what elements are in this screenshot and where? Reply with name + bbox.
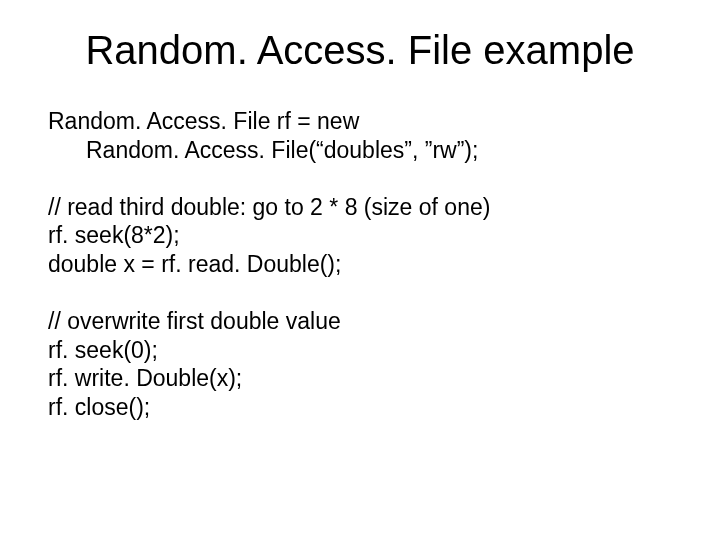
code-block-write: // overwrite first double value rf. seek… (48, 307, 672, 422)
code-line: rf. seek(8*2); (48, 221, 672, 250)
code-block-read: // read third double: go to 2 * 8 (size … (48, 193, 672, 279)
slide: Random. Access. File example Random. Acc… (0, 0, 720, 540)
code-line: rf. close(); (48, 393, 672, 422)
code-block-declaration: Random. Access. File rf = new Random. Ac… (48, 107, 672, 165)
code-line: // read third double: go to 2 * 8 (size … (48, 193, 672, 222)
code-line: // overwrite first double value (48, 307, 672, 336)
slide-body: Random. Access. File rf = new Random. Ac… (48, 107, 672, 422)
code-line: rf. write. Double(x); (48, 364, 672, 393)
code-line: double x = rf. read. Double(); (48, 250, 672, 279)
code-line: rf. seek(0); (48, 336, 672, 365)
code-line: Random. Access. File(“doubles”, ”rw”); (48, 136, 672, 165)
code-line: Random. Access. File rf = new (48, 107, 672, 136)
slide-title: Random. Access. File example (48, 28, 672, 73)
